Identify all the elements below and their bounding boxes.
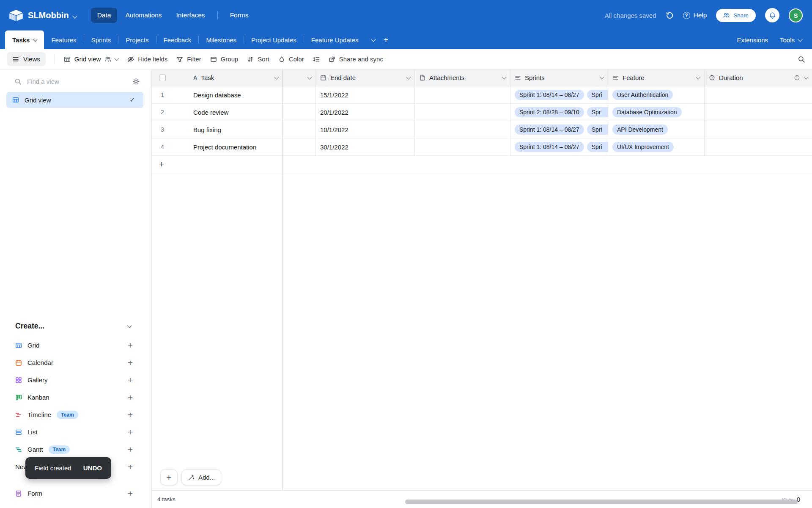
views-button[interactable]: Views xyxy=(7,52,46,66)
hide-fields-button[interactable]: Hide fields xyxy=(127,55,167,63)
add-row-button[interactable]: + xyxy=(152,156,812,173)
plus-icon[interactable]: + xyxy=(128,340,133,351)
end-date-cell[interactable]: 30/1/2022 xyxy=(316,138,415,155)
tab-sprints[interactable]: Sprints xyxy=(84,30,118,49)
plus-icon[interactable]: + xyxy=(128,358,133,368)
end-date-cell[interactable]: 20/1/2022 xyxy=(316,104,415,121)
duration-cell[interactable] xyxy=(705,86,812,103)
tab-chevron-down-icon[interactable] xyxy=(33,37,38,41)
create-item-list[interactable]: List + xyxy=(15,423,133,441)
more-tabs-chevron-down-icon[interactable] xyxy=(371,37,376,41)
attachments-cell[interactable] xyxy=(415,86,510,103)
feature-cell[interactable]: UI/UX Improvement xyxy=(608,138,705,155)
workspace-name[interactable]: SLMobbin xyxy=(28,11,69,20)
nav-item-data[interactable]: Data xyxy=(91,8,118,23)
nav-item-forms[interactable]: Forms xyxy=(224,8,255,23)
column-header-task[interactable]: A Task xyxy=(189,69,283,86)
sidebar-item-grid-view[interactable]: Grid view ✓ xyxy=(6,92,143,108)
task-cell[interactable]: Code review xyxy=(189,104,283,121)
nav-item-automations[interactable]: Automations xyxy=(119,8,168,23)
attachments-cell[interactable] xyxy=(415,104,510,121)
horizontal-scrollbar[interactable] xyxy=(405,500,798,504)
sprints-cell[interactable]: Sprint 2: 08/28 – 09/10 Spr xyxy=(510,104,608,121)
new-field-cell[interactable] xyxy=(283,86,316,103)
task-cell[interactable]: Bug fixing xyxy=(189,121,283,138)
sprints-cell[interactable]: Sprint 1: 08/14 – 08/27 Spri xyxy=(510,121,608,138)
end-date-cell[interactable]: 10/1/2022 xyxy=(316,121,415,138)
column-header-end-date[interactable]: End date xyxy=(316,69,415,86)
row-number-cell[interactable]: 4 xyxy=(152,138,189,155)
sprints-cell[interactable]: Sprint 1: 08/14 – 08/27 Spri xyxy=(510,138,608,155)
tab-tasks[interactable]: Tasks xyxy=(5,30,44,49)
plus-icon[interactable]: + xyxy=(128,489,133,499)
nav-item-interfaces[interactable]: Interfaces xyxy=(170,8,211,23)
column-header-attachments[interactable]: Attachments xyxy=(415,69,510,86)
feature-cell[interactable]: User Authentication xyxy=(608,86,705,103)
end-date-cell[interactable]: 15/1/2022 xyxy=(316,86,415,103)
column-header-new-field[interactable] xyxy=(283,69,316,86)
attachments-cell[interactable] xyxy=(415,138,510,155)
row-height-button[interactable] xyxy=(313,56,320,63)
create-header[interactable]: Create... xyxy=(15,318,133,337)
tab-feedback[interactable]: Feedback xyxy=(156,30,199,49)
column-chevron-down-icon[interactable] xyxy=(307,75,312,79)
search-button[interactable] xyxy=(798,55,805,63)
column-header-duration[interactable]: Duration xyxy=(705,69,812,86)
row-number-cell[interactable]: 2 xyxy=(152,104,189,121)
help-button[interactable]: ? Help xyxy=(683,11,707,19)
create-item-timeline[interactable]: Timeline Team + xyxy=(15,406,133,423)
feature-cell[interactable]: API Development xyxy=(608,121,705,138)
plus-icon[interactable]: + xyxy=(128,410,133,420)
duration-cell[interactable] xyxy=(705,138,812,155)
filter-button[interactable]: Filter xyxy=(176,55,201,63)
column-header-feature[interactable]: Feature xyxy=(608,69,705,86)
duration-cell[interactable] xyxy=(705,121,812,138)
column-chevron-down-icon[interactable] xyxy=(696,75,700,79)
sort-button[interactable]: Sort xyxy=(247,55,269,63)
create-item-grid[interactable]: Grid + xyxy=(15,337,133,354)
current-view-button[interactable]: Grid view xyxy=(64,55,119,63)
task-cell[interactable]: Project documentation xyxy=(189,138,283,155)
row-number-cell[interactable]: 1 xyxy=(152,86,189,103)
sprints-cell[interactable]: Sprint 1: 08/14 – 08/27 Spri xyxy=(510,86,608,103)
share-and-sync-button[interactable]: Share and sync xyxy=(329,55,383,63)
gear-icon[interactable] xyxy=(132,78,140,85)
new-field-cell[interactable] xyxy=(283,121,316,138)
duration-cell[interactable] xyxy=(705,104,812,121)
column-header-sprints[interactable]: Sprints xyxy=(510,69,608,86)
undo-button[interactable]: UNDO xyxy=(83,464,102,472)
create-item-gallery[interactable]: Gallery + xyxy=(15,371,133,389)
select-all-checkbox[interactable] xyxy=(159,75,166,81)
create-item-gantt[interactable]: Gantt Team + xyxy=(15,441,133,458)
create-item-form[interactable]: Form + xyxy=(15,485,133,502)
notifications-button[interactable] xyxy=(765,8,779,22)
group-button[interactable]: Group xyxy=(210,55,239,63)
add-with-ai-button[interactable]: Add... xyxy=(181,469,221,485)
plus-icon[interactable]: + xyxy=(128,444,133,455)
tab-feature-updates[interactable]: Feature Updates xyxy=(304,30,366,49)
tab-features[interactable]: Features xyxy=(44,30,83,49)
create-item-calendar[interactable]: Calendar + xyxy=(15,354,133,371)
tab-milestones[interactable]: Milestones xyxy=(199,30,244,49)
column-chevron-down-icon[interactable] xyxy=(804,75,808,79)
column-chevron-down-icon[interactable] xyxy=(502,75,506,79)
workspace-chevron-down-icon[interactable] xyxy=(72,14,77,18)
add-table-button[interactable]: + xyxy=(384,35,389,45)
column-chevron-down-icon[interactable] xyxy=(406,75,411,79)
create-item-kanban[interactable]: Kanban + xyxy=(15,389,133,406)
add-record-button[interactable]: + xyxy=(160,469,178,485)
column-chevron-down-icon[interactable] xyxy=(274,75,279,79)
column-chevron-down-icon[interactable] xyxy=(599,75,604,79)
attachments-cell[interactable] xyxy=(415,121,510,138)
history-icon[interactable] xyxy=(666,11,674,19)
task-cell[interactable]: Design database xyxy=(189,86,283,103)
new-field-cell[interactable] xyxy=(283,138,316,155)
plus-icon[interactable]: + xyxy=(128,392,133,403)
avatar[interactable]: S xyxy=(789,8,803,22)
new-field-cell[interactable] xyxy=(283,104,316,121)
row-number-cell[interactable]: 3 xyxy=(152,121,189,138)
tab-projects[interactable]: Projects xyxy=(118,30,156,49)
plus-icon[interactable]: + xyxy=(128,427,133,437)
plus-icon[interactable]: + xyxy=(128,462,133,472)
plus-icon[interactable]: + xyxy=(128,375,133,385)
